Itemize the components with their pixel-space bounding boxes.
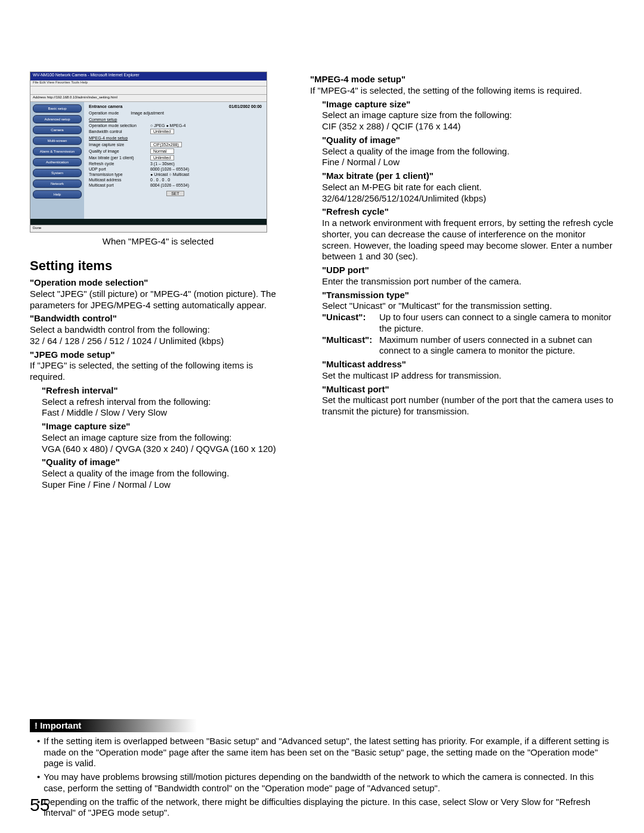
set-button[interactable]: SET [166,191,184,196]
text-multicast-address: Set the multicast IP address for transmi… [322,370,614,382]
text-quality-m2: Fine / Normal / Low [322,157,614,168]
label-multicast: "Multicast": [322,335,376,357]
text-bitrate-1: Select an M-PEG bit rate for each client… [322,182,614,193]
text-op-mode: Select "JPEG" (still picture) or "MPEG-4… [30,289,286,311]
page-header: Entrance camera [89,104,122,109]
label-op-mode: Operation mode selection [89,123,145,128]
heading-op-mode: "Operation mode selection" [30,277,148,287]
heading-mpeg4: "MPEG-4 mode setup" [310,74,405,84]
heading-bandwidth: "Bandwidth control" [30,313,117,323]
select-bitrate[interactable]: Unlimited [150,155,174,160]
radio-trans-type[interactable]: ● Unicast ○ Multicast [150,172,189,176]
content-panel: Entrance camera 01/01/2002 00:00 Operati… [84,102,267,219]
timestamp: 01/01/2002 00:00 [229,104,262,109]
text-unicast: Up to four users can connect to a single… [379,312,614,335]
sidebar-button[interactable]: Camera [33,126,82,134]
important-section: ! Important •If the setting item is over… [30,719,614,821]
heading-image-capture-size-jpeg: "Image capture size" [42,421,130,431]
value-op-mode[interactable]: ○ JPEG ● MPEG-4 [150,123,185,128]
label-udp: UDP port [89,167,145,171]
sidebar-button[interactable]: Help [33,190,82,199]
page-number: 55 [30,795,49,815]
text-quality-2: Super Fine / Fine / Normal / Low [42,479,286,491]
heading-multicast-address: "Multicast address" [322,359,406,369]
text-mpeg4: If "MPEG-4" is selected, the setting of … [310,85,614,97]
heading-refresh-cycle: "Refresh cycle" [322,206,389,216]
status-bar: Done [30,225,267,233]
bullet-icon: • [37,736,40,769]
text-multicast-port: Set the multicast port number (number of… [322,395,614,417]
label-quality: Quality of image [89,149,145,153]
heading-image-capture-size-mpeg: "Image capture size" [322,99,410,109]
window-titlebar: WV-NM100 Network Camera - Microsoft Inte… [30,72,267,80]
heading-refresh-interval: "Refresh interval" [42,385,118,395]
section-common-setup: Common setup [89,117,262,122]
select-img-size[interactable]: CIF(352x288) [150,142,182,147]
heading-quality-jpeg: "Quality of image" [42,457,120,467]
label-trans-type: Transmission type [89,172,145,176]
select-bandwidth[interactable]: Unlimited [150,129,174,134]
tab-operation-mode[interactable]: Operation mode [89,111,119,115]
window-toolbar [30,86,267,95]
text-udp-port: Enter the transmission port number of th… [322,276,614,287]
bullet-icon: • [37,772,40,794]
sidebar-button[interactable]: Basic setup [33,104,82,113]
text-imgsize-m2: CIF (352 x 288) / QCIF (176 x 144) [322,121,614,132]
text-refresh-1: Select a refresh interval from the follo… [42,397,286,408]
heading-multicast-port: "Multicast port" [322,384,389,394]
input-mcast-addr[interactable]: 0 . 0 . 0 . 0 [150,178,170,182]
text-refresh-cycle: In a network environment with frequent e… [322,218,614,262]
text-bandwidth-1: Select a bandwidth control from the foll… [30,324,286,336]
sidebar-button[interactable]: Alarm & Transmission [33,147,82,156]
text-jpeg: If "JPEG" is selected, the setting of th… [30,360,286,383]
label-mcast-addr: Multicast address [89,178,145,182]
sidebar-button[interactable]: Advanced setup [33,115,82,123]
address-bar: Address http://192.168.0.10/admin/index_… [30,95,267,102]
tab-image-adjustment[interactable]: Image adjustment [131,111,164,115]
text-imgsize-1: Select an image capture size from the fo… [42,432,286,444]
important-label: ! Important [30,719,197,732]
text-bitrate-2: 32/64/128/256/512/1024/Unlimited (kbps) [322,193,614,205]
input-refresh[interactable]: 3 (1 – 30sec) [150,162,175,166]
label-refresh: Refresh cycle [89,162,145,166]
heading-transmission-type: "Transmission type" [322,290,409,300]
text-imgsize-m1: Select an image capture size from the fo… [322,110,614,121]
screenshot-window: WV-NM100 Network Camera - Microsoft Inte… [30,72,267,233]
text-transmission-type: Select "Unicast" or "Multicast" for the … [322,301,614,312]
section-title: Setting items [30,258,286,274]
input-mcast-port[interactable]: 8004 (1026 – 65534) [150,183,189,187]
sidebar: Basic setup Advanced setup Camera Multi-… [30,102,84,219]
text-multicast: Maximum number of users connected in a s… [379,335,614,357]
text-imgsize-2: VGA (640 x 480) / QVGA (320 x 240) / QQV… [42,444,286,455]
important-item: Depending on the traffic of the network,… [44,797,614,819]
text-quality-1: Select a quality of the image from the f… [42,468,286,479]
text-refresh-2: Fast / Middle / Slow / Very Slow [42,407,286,419]
section-mpeg4: MPEG-4 mode setup [89,136,262,140]
text-bandwidth-2: 32 / 64 / 128 / 256 / 512 / 1024 / Unlim… [30,336,286,347]
label-img-size: Image capture size [89,143,145,147]
heading-udp-port: "UDP port" [322,265,369,275]
important-item: If the setting item is overlapped betwee… [44,736,614,769]
sidebar-button[interactable]: Network [33,179,82,188]
label-mcast-port: Multicast port [89,183,145,187]
screenshot-caption: When "MPEG-4" is selected [30,236,286,246]
heading-jpeg: "JPEG mode setup" [30,349,115,360]
label-unicast: "Unicast": [322,312,376,335]
window-menubar: File Edit View Favorites Tools Help [30,80,267,86]
label-bandwidth: Bandwidth control [89,129,145,134]
text-quality-m1: Select a quality of the image from the f… [322,146,614,157]
sidebar-button[interactable]: Multi-screen [33,137,82,145]
input-udp[interactable]: 8000 (1026 – 65534) [150,167,189,171]
label-bitrate: Max bitrate (per 1 client) [89,156,145,160]
heading-max-bitrate: "Max bitrate (per 1 client)" [322,171,434,181]
sidebar-button[interactable]: Authentication [33,158,82,166]
important-item: You may have problems browsing still/mot… [44,772,614,794]
heading-quality-mpeg: "Quality of image" [322,135,400,145]
select-quality[interactable]: Normal [150,148,174,154]
sidebar-button[interactable]: System [33,169,82,177]
